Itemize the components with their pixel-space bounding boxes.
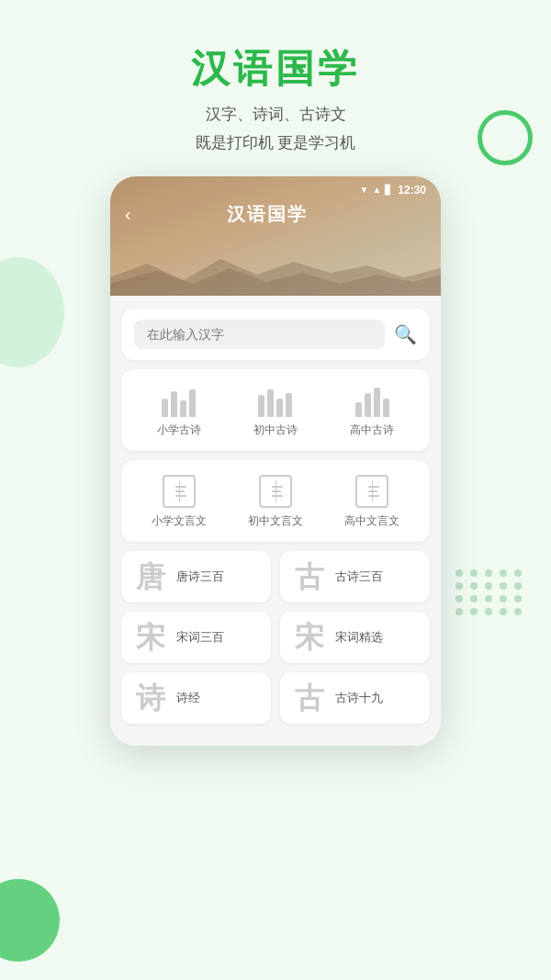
tang-char: 唐	[134, 562, 167, 591]
high-prose-icon	[353, 473, 391, 508]
status-icons: ▼ ▲ ▊	[359, 185, 392, 195]
primary-prose-item[interactable]: 小学文言文	[152, 473, 207, 529]
main-subtitle: 汉字、诗词、古诗文 既是打印机 更是学习机	[0, 101, 551, 157]
bg-shape-decoration	[0, 257, 64, 367]
gu-char-2: 古	[293, 683, 326, 713]
middle-prose-label: 初中文言文	[248, 513, 303, 529]
shi-jing-card[interactable]: 诗 诗经	[121, 672, 271, 724]
middle-prose-item[interactable]: 初中文言文	[248, 473, 303, 529]
search-input[interactable]	[134, 320, 385, 349]
song-char-1: 宋	[134, 623, 167, 652]
search-icon[interactable]: 🔍	[394, 323, 417, 345]
high-prose-item[interactable]: 高中文言文	[344, 473, 399, 529]
primary-poetry-label: 小学古诗	[157, 422, 201, 438]
shi-jing-label: 诗经	[176, 690, 200, 706]
phone-content: 🔍 小学古诗	[110, 296, 441, 746]
gu-shi-19-card[interactable]: 古 古诗十九	[280, 672, 430, 724]
primary-prose-label: 小学文言文	[152, 513, 207, 529]
middle-poetry-icon	[256, 382, 295, 417]
tang-label: 唐诗三百	[176, 569, 224, 585]
gu-shi-300-label: 古诗三百	[335, 569, 383, 585]
collections-grid: 唐 唐诗三百 古 古诗三百 宋 宋词三百 宋 宋词精选 诗 诗经 古 古诗十九	[121, 551, 430, 724]
ancient-poetry-row: 小学古诗 初中古诗	[121, 369, 430, 451]
middle-poetry-item[interactable]: 初中古诗	[253, 382, 298, 438]
song-ci-300-label: 宋词三百	[176, 629, 224, 646]
high-poetry-label: 高中古诗	[350, 422, 394, 438]
classical-prose-row: 小学文言文 初中文言文	[121, 460, 430, 542]
phone-mockup: ▼ ▲ ▊ 12:30 ‹ 汉语国学 🔍	[110, 176, 441, 746]
tang-shi-card[interactable]: 唐 唐诗三百	[121, 551, 271, 603]
phone-nav: ‹ 汉语国学	[110, 197, 441, 232]
high-poetry-icon	[353, 382, 391, 417]
header-section: 汉语国学 汉字、诗词、古诗文 既是打印机 更是学习机	[0, 0, 551, 176]
gu-shi-19-label: 古诗十九	[335, 690, 383, 706]
main-title: 汉语国学	[0, 46, 551, 92]
wifi-icon: ▲	[372, 185, 381, 195]
bg-circle-bottom-decoration	[0, 879, 60, 962]
status-time: 12:30	[398, 184, 426, 197]
shi-char: 诗	[134, 683, 167, 713]
mountain-decoration	[110, 254, 441, 296]
bg-dots-decoration	[455, 569, 523, 615]
signal-icon: ▼	[359, 185, 368, 195]
gu-char-1: 古	[293, 562, 326, 591]
primary-poetry-item[interactable]: 小学古诗	[157, 382, 201, 438]
high-prose-label: 高中文言文	[344, 513, 399, 529]
back-button[interactable]: ‹	[125, 204, 131, 225]
high-poetry-item[interactable]: 高中古诗	[350, 382, 394, 438]
song-ci-selected-card[interactable]: 宋 宋词精选	[280, 612, 430, 663]
phone-app-title: 汉语国学	[131, 202, 404, 227]
song-char-2: 宋	[293, 623, 326, 652]
primary-prose-icon	[160, 473, 198, 508]
middle-poetry-label: 初中古诗	[253, 422, 298, 438]
primary-poetry-icon	[160, 382, 198, 417]
song-ci-300-card[interactable]: 宋 宋词三百	[121, 612, 271, 663]
middle-prose-icon	[256, 473, 295, 508]
song-ci-selected-label: 宋词精选	[335, 629, 383, 646]
battery-icon: ▊	[385, 185, 392, 195]
search-bar-wrapper: 🔍	[121, 309, 430, 360]
gu-shi-300-card[interactable]: 古 古诗三百	[280, 551, 430, 603]
phone-header: ▼ ▲ ▊ 12:30 ‹ 汉语国学	[110, 176, 441, 296]
status-bar: ▼ ▲ ▊ 12:30	[110, 176, 441, 197]
